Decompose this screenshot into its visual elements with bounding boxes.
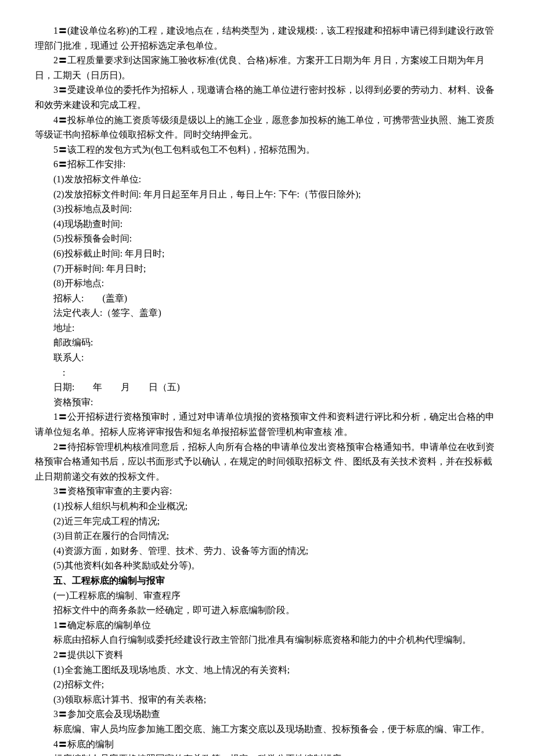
paragraph: 联系人: bbox=[35, 350, 499, 365]
paragraph: (3)目前正在履行的合同情况; bbox=[35, 528, 499, 543]
paragraph: 招标人: (盖章) bbox=[35, 291, 499, 306]
paragraph: (2)招标文件; bbox=[35, 677, 499, 692]
paragraph: 日期: 年 月 日（五) bbox=[35, 380, 499, 395]
paragraph: : bbox=[35, 365, 499, 380]
paragraph: 1〓(建设单位名称)的工程，建设地点在，结构类型为，建设规模:，该工程报建和招标… bbox=[35, 23, 499, 53]
paragraph: (4)现场勘查时间: bbox=[35, 217, 499, 232]
paragraph: (3)领取标底计算书、报审的有关表格; bbox=[35, 692, 499, 707]
paragraph: 3〓参加交底会及现场勘查 bbox=[35, 707, 499, 722]
paragraph: (1)投标人组织与机构和企业概况; bbox=[35, 499, 499, 514]
paragraph: 2〓工程质量要求到达国家施工验收标准(优良、合格)标准。方案开工日期为年 月日，… bbox=[35, 53, 499, 82]
paragraph: (2)近三年完成工程的情况; bbox=[35, 514, 499, 529]
paragraph: 标底编、审人员均应参加施工图交底、施工方案交底以及现场勘查、投标预备会，便于标底… bbox=[35, 722, 499, 737]
paragraph: (5)投标预备会时间: bbox=[35, 231, 499, 246]
paragraph: 资格预审: bbox=[35, 395, 499, 410]
paragraph: 法定代表人:（签字、盖章) bbox=[35, 305, 499, 321]
paragraph: 1〓公开招标进行资格预审时，通过对申请单位填报的资格预审文件和资料进行评比和分析… bbox=[35, 409, 499, 439]
document-body: 1〓(建设单位名称)的工程，建设地点在，结构类型为，建设规模:，该工程报建和招标… bbox=[35, 23, 499, 756]
paragraph: 3〓受建设单位的委托作为招标人，现邀请合格的施工单位进行密封投标，以得到必要的劳… bbox=[35, 82, 499, 112]
paragraph: 5〓该工程的发包方式为(包工包料或包工不包料)，招标范围为。 bbox=[35, 142, 499, 157]
paragraph: (7)开标时间: 年月日时; bbox=[35, 261, 499, 276]
paragraph: 邮政编码: bbox=[35, 335, 499, 350]
paragraph: 地址: bbox=[35, 321, 499, 336]
paragraph: 2〓提供以下资料 bbox=[35, 647, 499, 663]
paragraph: (2)发放招标文件时间: 年月日起至年月日止，每日上午: 下午:（节假日除外); bbox=[35, 187, 499, 202]
paragraph: 1〓确定标底的编制单位 bbox=[35, 618, 499, 633]
paragraph: (一)工程标底的编制、审查程序 bbox=[35, 588, 499, 603]
paragraph: (8)开标地点: bbox=[35, 276, 499, 291]
paragraph: 2〓待招标管理机构核准同意后，招标人向所有合格的申请单位发出资格预审合格通知书。… bbox=[35, 440, 499, 484]
paragraph: (3)投标地点及时间: bbox=[35, 201, 499, 217]
section-heading: 五、工程标底的编制与报审 bbox=[35, 573, 499, 588]
paragraph: 标底由招标人自行编制或委托经建设行政主管部门批准具有编制标底资格和能力的中介机构… bbox=[35, 632, 499, 647]
paragraph: (1)全套施工图纸及现场地质、水文、地上情况的有关资料; bbox=[35, 663, 499, 678]
paragraph: 标底编制人员应严格按照国家的有关政策、规定，科学公正地编制标底。 bbox=[35, 751, 499, 756]
paragraph: (6)投标截止时间: 年月日时; bbox=[35, 246, 499, 261]
paragraph: (5)其他资料(如各种奖励或处分等)。 bbox=[35, 558, 499, 573]
paragraph: 4〓标底的编制 bbox=[35, 737, 499, 752]
paragraph: (4)资源方面，如财务、管理、技术、劳力、设备等方面的情况; bbox=[35, 543, 499, 559]
paragraph: 招标文件中的商务条款一经确定，即可进入标底编制阶段。 bbox=[35, 603, 499, 618]
paragraph: (1)发放招标文件单位: bbox=[35, 172, 499, 187]
paragraph: 6〓招标工作安排: bbox=[35, 157, 499, 172]
paragraph: 4〓投标单位的施工资质等级须是级以上的施工企业，愿意参加投标的施工单位，可携带营… bbox=[35, 113, 499, 142]
paragraph: 3〓资格预审审查的主要内容: bbox=[35, 484, 499, 499]
